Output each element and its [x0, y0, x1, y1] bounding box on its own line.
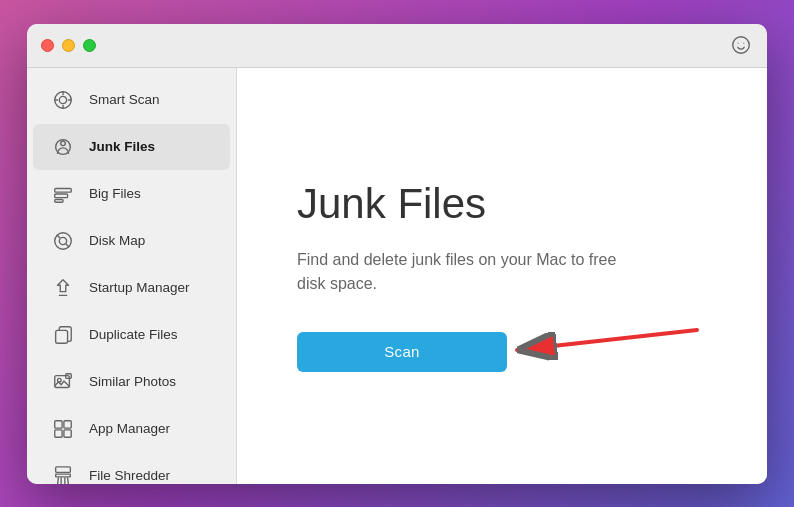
maximize-button[interactable] [83, 39, 96, 52]
sidebar-item-startup-manager[interactable]: Startup Manager [33, 265, 230, 311]
svg-rect-13 [55, 199, 63, 202]
sidebar-item-similar-photos[interactable]: Similar Photos [33, 359, 230, 405]
sidebar-item-label: Duplicate Files [89, 327, 178, 342]
smart-scan-icon [49, 86, 77, 114]
app-manager-icon [49, 415, 77, 443]
minimize-button[interactable] [62, 39, 75, 52]
sidebar: Smart Scan Junk Files Big Files [27, 68, 237, 484]
svg-point-2 [743, 42, 744, 43]
sidebar-item-label: Big Files [89, 186, 141, 201]
sidebar-item-label: Disk Map [89, 233, 145, 248]
svg-point-15 [59, 237, 66, 244]
sidebar-item-label: Junk Files [89, 139, 155, 154]
sidebar-item-file-shredder[interactable]: File Shredder [33, 453, 230, 484]
svg-rect-23 [55, 420, 62, 427]
svg-line-32 [68, 477, 69, 483]
svg-line-17 [66, 244, 69, 247]
svg-line-34 [517, 330, 697, 350]
svg-rect-26 [64, 429, 71, 436]
svg-point-4 [59, 96, 66, 103]
sidebar-item-label: Startup Manager [89, 280, 190, 295]
svg-rect-12 [55, 194, 68, 198]
content-area: Junk Files Find and delete junk files on… [237, 68, 767, 484]
sidebar-item-label: App Manager [89, 421, 170, 436]
traffic-lights [41, 39, 96, 52]
disk-map-icon [49, 227, 77, 255]
svg-rect-27 [56, 466, 71, 472]
svg-rect-19 [56, 330, 68, 343]
sidebar-item-app-manager[interactable]: App Manager [33, 406, 230, 452]
smiley-icon [729, 33, 753, 57]
scan-button[interactable]: Scan [297, 332, 507, 372]
similar-photos-icon [49, 368, 77, 396]
duplicate-icon [49, 321, 77, 349]
main-content: Smart Scan Junk Files Big Files [27, 68, 767, 484]
svg-point-10 [61, 141, 66, 146]
arrow-annotation [487, 310, 707, 374]
svg-rect-24 [64, 420, 71, 427]
content-description: Find and delete junk files on your Mac t… [297, 248, 637, 296]
sidebar-item-disk-map[interactable]: Disk Map [33, 218, 230, 264]
svg-line-29 [58, 477, 59, 483]
app-window: Smart Scan Junk Files Big Files [27, 24, 767, 484]
big-files-icon [49, 180, 77, 208]
close-button[interactable] [41, 39, 54, 52]
svg-line-16 [57, 235, 60, 238]
svg-rect-20 [55, 375, 70, 387]
page-title: Junk Files [297, 180, 707, 228]
sidebar-item-big-files[interactable]: Big Files [33, 171, 230, 217]
svg-rect-25 [55, 429, 62, 436]
svg-rect-28 [56, 474, 71, 477]
junk-files-icon [49, 133, 77, 161]
svg-point-1 [738, 42, 739, 43]
sidebar-item-label: Smart Scan [89, 92, 160, 107]
sidebar-item-junk-files[interactable]: Junk Files [33, 124, 230, 170]
sidebar-item-duplicate-files[interactable]: Duplicate Files [33, 312, 230, 358]
titlebar [27, 24, 767, 68]
startup-icon [49, 274, 77, 302]
file-shredder-icon [49, 462, 77, 484]
svg-rect-11 [55, 188, 72, 192]
sidebar-item-label: File Shredder [89, 468, 170, 483]
svg-point-0 [733, 37, 750, 54]
sidebar-item-label: Similar Photos [89, 374, 176, 389]
sidebar-item-smart-scan[interactable]: Smart Scan [33, 77, 230, 123]
